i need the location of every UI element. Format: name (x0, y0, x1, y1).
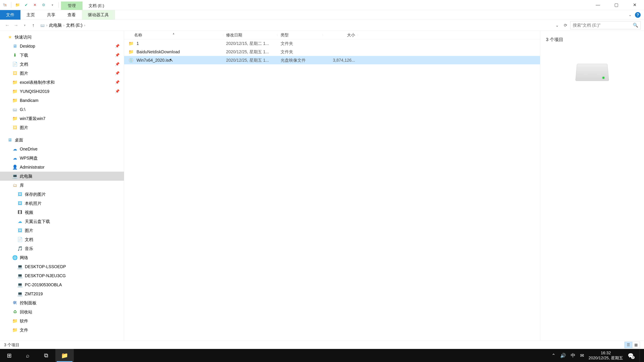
search-input[interactable]: 🔍 (570, 21, 641, 29)
pin-icon: 📌 (115, 62, 120, 66)
file-row[interactable]: 📁BaiduNetdiskDownload2020/12/25, 星期五 1..… (124, 48, 540, 56)
column-name[interactable]: ▲名称 (124, 32, 223, 38)
ime-indicator[interactable]: 中 (571, 352, 576, 359)
tree-lib-pictures[interactable]: 🖼图片 (0, 226, 124, 235)
start-button[interactable]: ⊞ (0, 349, 18, 362)
tray-overflow-icon[interactable]: ⌃ (552, 353, 556, 358)
ribbon-tab-file[interactable]: 文件 (0, 10, 20, 19)
breadcrumb-drive[interactable]: 文档 (E:) (66, 22, 82, 28)
tree-videos[interactable]: 🎞视频 (0, 208, 124, 217)
sort-asc-icon: ▲ (172, 32, 175, 35)
column-size[interactable]: 大小 (323, 32, 358, 38)
chevron-right-icon[interactable]: › (64, 23, 64, 27)
tree-network-pc[interactable]: 💻DESKTOP-NJEU3CG (0, 271, 124, 280)
address-dropdown-icon[interactable]: ⌄ (554, 22, 561, 29)
qat-close-icon[interactable]: ✕ (32, 2, 38, 8)
column-type[interactable]: 类型 (278, 32, 323, 38)
action-center-icon[interactable]: 💬3 (628, 353, 634, 358)
column-date[interactable]: 修改日期 (223, 32, 278, 38)
tree-downloads[interactable]: ⬇下载📌 (0, 51, 124, 60)
tree-label: 回收站 (20, 309, 32, 315)
qat-check-icon[interactable]: ✔ (23, 2, 29, 8)
clock[interactable]: 16:32 2020/12/25, 星期五 (589, 351, 623, 361)
ribbon-tab-drive-tools[interactable]: 驱动器工具 (82, 10, 115, 19)
tray-app-icon[interactable]: ✉ (580, 353, 584, 358)
status-bar: 3 个项目 ☰ ▦ (0, 341, 644, 349)
tree-win7[interactable]: 📁win7重装win7 (0, 114, 124, 123)
tree-network-pc[interactable]: 💻DESKTOP-LSSOEDP (0, 262, 124, 271)
tree-onedrive[interactable]: ☁OneDrive (0, 144, 124, 153)
nav-recent-button[interactable]: ▾ (21, 21, 28, 29)
minimize-button[interactable]: ― (589, 0, 607, 10)
tree-libraries[interactable]: 🗂库 (0, 181, 124, 190)
context-tab-manage[interactable]: 管理 (61, 1, 82, 10)
app-menu-icon[interactable]: 🐚 (2, 2, 8, 8)
pc-icon: 💻 (18, 291, 22, 296)
qat-settings-icon[interactable]: ⚙ (40, 2, 47, 8)
tree-files[interactable]: 📁文件 (0, 326, 124, 335)
view-icons-button[interactable]: ▦ (632, 342, 640, 348)
ribbon-tab-view[interactable]: 查看 (62, 10, 82, 19)
nav-up-button[interactable]: ↑ (30, 21, 37, 29)
chevron-right-icon[interactable]: › (46, 23, 48, 27)
tree-music[interactable]: 🎵音乐 (0, 244, 124, 253)
chevron-right-icon[interactable]: › (84, 23, 85, 27)
network-icon: 🌐 (12, 255, 18, 260)
tree-quick-access[interactable]: ★快速访问 (0, 32, 124, 41)
tree-lib-documents[interactable]: 📄文档 (0, 235, 124, 244)
help-icon[interactable]: ? (635, 12, 641, 18)
navigation-tree[interactable]: ★快速访问 🖥Desktop📌 ⬇下载📌 📄文档📌 🖼图片📌 📁excel表格制… (0, 31, 124, 341)
breadcrumb[interactable]: 🖴 › 此电脑 › 文档 (E:) › (38, 21, 552, 29)
tree-yunqishi[interactable]: 📁YUNQISHI2019📌 (0, 87, 124, 96)
tree-label: WPS网盘 (20, 155, 38, 161)
ribbon-tab-home[interactable]: 主页 (20, 10, 41, 19)
ribbon-tab-share[interactable]: 共享 (41, 10, 62, 19)
tree-documents[interactable]: 📄文档📌 (0, 60, 124, 69)
file-list[interactable]: 📁12020/12/15, 星期二 1...文件夹📁BaiduNetdiskDo… (124, 39, 540, 341)
maximize-button[interactable]: ▢ (607, 0, 626, 10)
tree-software[interactable]: 📁软件 (0, 317, 124, 326)
nav-back-button[interactable]: ← (3, 21, 11, 29)
file-row[interactable]: 📁12020/12/15, 星期二 1...文件夹 (124, 39, 540, 48)
tree-network[interactable]: 🌐网络 (0, 253, 124, 262)
tree-network-pc[interactable]: 💻PC-20190530OBLA (0, 280, 124, 289)
qat-folder-icon[interactable]: 📁 (14, 2, 21, 8)
search-button[interactable]: ⌕ (18, 349, 37, 362)
refresh-icon[interactable]: ⟳ (562, 22, 569, 29)
tree-wps[interactable]: ☁WPS网盘 (0, 153, 124, 163)
task-view-button[interactable]: ⧉ (37, 349, 55, 362)
tree-pictures2[interactable]: 🖼图片 (0, 123, 124, 132)
tree-this-pc[interactable]: 💻此电脑 (0, 172, 124, 181)
clock-time: 16:32 (589, 351, 623, 356)
tree-desktop-group[interactable]: 🖥桌面 (0, 135, 124, 144)
close-button[interactable]: ✕ (626, 0, 644, 10)
tree-bandicam[interactable]: 📁Bandicam (0, 96, 124, 105)
show-desktop-button[interactable] (640, 349, 642, 362)
tree-control-panel[interactable]: 🛠控制面板 (0, 298, 124, 307)
search-field[interactable] (573, 23, 632, 28)
tree-camera-roll[interactable]: 🖼本机照片 (0, 199, 124, 208)
volume-icon[interactable]: 🔊 (560, 353, 566, 358)
tree-saved-pictures[interactable]: 🖼保存的图片 (0, 190, 124, 199)
qat-dropdown-icon[interactable]: ▾ (49, 2, 56, 8)
search-icon[interactable]: 🔍 (633, 23, 638, 28)
tree-network-pc[interactable]: 💻ZMT2019 (0, 289, 124, 298)
file-row[interactable]: 💿Win7x64_2020.iso2020/12/25, 星期五 1...光盘映… (124, 56, 540, 64)
clock-date: 2020/12/25, 星期五 (589, 356, 623, 361)
tree-administrator[interactable]: 👤Administrator (0, 163, 124, 172)
tree-desktop[interactable]: 🖥Desktop📌 (0, 41, 124, 51)
ribbon-expand-icon[interactable]: ⌄ (628, 13, 632, 17)
tree-g-drive[interactable]: 🖴G:\ (0, 105, 124, 114)
pin-icon: 📌 (115, 89, 120, 93)
recycle-icon: ♻ (12, 309, 18, 314)
tree-pictures[interactable]: 🖼图片📌 (0, 69, 124, 78)
tree-excel[interactable]: 📁excel表格制作求和📌 (0, 78, 124, 87)
explorer-taskbar-button[interactable]: 📁 (55, 349, 74, 362)
title-tab-group: 管理 文档 (E:) (61, 0, 110, 10)
tree-tianyi[interactable]: ☁天翼云盘下载 (0, 217, 124, 226)
breadcrumb-pc[interactable]: 此电脑 (49, 22, 62, 28)
tree-recycle-bin[interactable]: ♻回收站 (0, 307, 124, 317)
view-details-button[interactable]: ☰ (624, 342, 632, 348)
nav-forward-button[interactable]: → (12, 21, 20, 29)
folder-icon: 📁 (12, 319, 18, 324)
